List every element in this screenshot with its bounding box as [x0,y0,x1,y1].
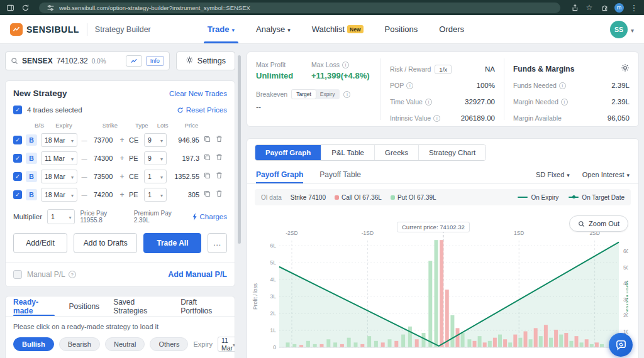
breakeven-toggle[interactable]: Target Expiry [291,89,340,99]
strike-decrease-button[interactable] [81,173,87,180]
strike-increase-button[interactable] [119,136,125,144]
strike-decrease-button[interactable] [81,155,87,162]
toggle-expiry[interactable]: Expiry [316,90,340,99]
settings-button[interactable]: Settings [176,52,235,70]
delete-icon[interactable] [215,153,223,164]
toggle-target[interactable]: Target [292,90,316,99]
delete-icon[interactable] [215,171,223,182]
strike-decrease-button[interactable] [81,136,87,144]
expiry-filter-select[interactable]: 11 Mar [218,337,235,352]
more-options-button[interactable]: ... [208,233,227,253]
info-icon[interactable] [406,82,413,89]
lots-select[interactable]: 9 [144,133,167,147]
add-manual-pl-link[interactable]: Add Manual P/L [168,270,227,279]
delete-icon[interactable] [215,134,223,146]
info-button[interactable]: Info [146,56,164,66]
extensions-icon[interactable] [599,3,609,13]
expiry-select[interactable]: 18 Mar [41,133,77,147]
nav-positions[interactable]: Positions [385,15,418,43]
chip-bearish[interactable]: Bearish [59,337,100,351]
reset-prices-link[interactable]: Reset Prices [177,106,227,114]
trade-all-button[interactable]: Trade All [143,233,201,253]
info-icon[interactable] [559,82,566,89]
bookmark-star-icon[interactable] [584,3,594,13]
expiry-select[interactable]: 18 Mar [41,170,77,183]
tab-draft-portfolios[interactable]: Draft Portfolios [180,296,227,316]
pop-label: POP [390,82,413,89]
refresh-icon[interactable] [20,3,30,13]
subtab-payoff-table[interactable]: Payoff Table [319,165,361,183]
row-checkbox[interactable] [13,190,22,199]
row-checkbox[interactable] [13,172,22,181]
tab-payoff-graph[interactable]: Payoff Graph [255,145,321,160]
select-all-checkbox[interactable] [13,106,22,114]
tab-strategy-chart[interactable]: Strategy Chart [419,145,486,160]
duplicate-icon[interactable] [203,134,211,146]
info-icon[interactable] [425,99,432,106]
user-avatar[interactable]: SS [610,21,628,38]
menu-dots-icon[interactable] [629,3,639,13]
tab-pl-table[interactable]: P&L Table [321,145,375,160]
instrument-search-input[interactable]: SENSEX 74102.32 0.0% Info [5,52,170,70]
buy-sell-badge[interactable]: B [26,171,37,182]
multiplier-select[interactable]: 1 [47,209,75,224]
row-checkbox[interactable] [13,154,22,163]
user-menu[interactable]: SS [610,21,634,38]
tab-greeks[interactable]: Greeks [375,145,419,160]
tab-ready-made[interactable]: Ready-made [13,296,55,316]
side-panel-icon[interactable] [5,3,15,13]
site-info-icon[interactable] [45,3,55,13]
tab-positions[interactable]: Positions [69,296,99,316]
buy-sell-badge[interactable]: B [26,134,37,146]
buy-sell-badge[interactable]: B [26,189,37,200]
chip-others[interactable]: Others [150,337,188,351]
row-checkbox[interactable] [13,136,22,144]
chip-neutral[interactable]: Neutral [105,337,145,351]
lots-select[interactable]: 1 [144,188,167,202]
info-icon[interactable] [342,62,349,68]
gear-icon[interactable] [621,63,630,75]
buy-sell-badge[interactable]: B [26,153,37,164]
url-bar[interactable]: web.sensibull.com/option-strategy-builde… [39,3,560,13]
add-edit-button[interactable]: Add/Edit [13,233,67,253]
nav-analyse[interactable]: Analyse [256,15,291,43]
manual-pl-checkbox[interactable] [13,270,22,279]
duplicate-icon[interactable] [203,189,211,200]
lots-select[interactable]: 1 [144,170,167,183]
share-icon[interactable] [569,3,579,13]
settings-label: Settings [197,57,226,65]
zoom-out-button[interactable]: Zoom Out [569,215,628,232]
payoff-chart-svg[interactable]: 01L2L3L4L5L6L10L20L30L40L50L60L-2SD-1SD1… [251,212,628,358]
nav-trade[interactable]: Trade [208,15,235,43]
info-icon[interactable] [343,91,350,98]
strike-increase-button[interactable] [119,172,125,181]
strike-increase-button[interactable] [119,154,125,163]
chat-fab-button[interactable] [609,333,633,357]
strike-decrease-button[interactable] [81,191,87,198]
risk-reward-chip[interactable]: 1/x [435,65,452,74]
lots-select[interactable]: 9 [144,151,167,165]
help-icon[interactable] [69,271,76,278]
subtab-payoff-graph[interactable]: Payoff Graph [256,165,303,183]
info-icon[interactable] [433,115,440,122]
expiry-select[interactable]: 18 Mar [41,188,77,202]
left-scrollbar[interactable] [238,55,241,244]
duplicate-icon[interactable] [203,171,211,182]
clear-new-trades-link[interactable]: Clear New Trades [169,90,227,97]
chip-bullish[interactable]: Bullish [13,337,54,351]
browser-profile-avatar[interactable]: m [614,3,624,13]
duplicate-icon[interactable] [203,153,211,164]
nav-watchlist[interactable]: Watchlist New [312,15,364,43]
charges-link[interactable]: Charges [192,213,227,220]
info-icon[interactable] [561,99,568,106]
chart-icon[interactable] [126,55,142,67]
strike-increase-button[interactable] [119,190,125,199]
tab-saved-strategies[interactable]: Saved Strategies [113,296,167,316]
nav-orders[interactable]: Orders [439,15,464,43]
sensibull-logo-icon[interactable] [10,23,23,36]
sd-dropdown[interactable]: SD Fixed [536,171,570,178]
delete-icon[interactable] [215,189,223,200]
expiry-select[interactable]: 11 Mar [41,151,77,165]
open-interest-dropdown[interactable]: Open Interest [582,171,630,178]
add-to-drafts-button[interactable]: Add to Drafts [74,233,137,253]
